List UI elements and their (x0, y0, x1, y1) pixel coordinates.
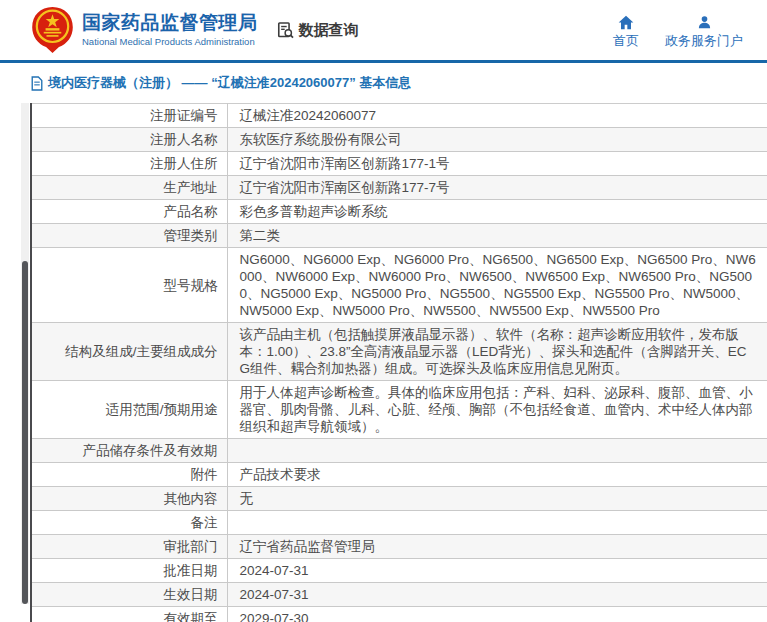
field-label: 注册人名称 (31, 128, 227, 152)
field-value: 东软医疗系统股份有限公司 (227, 128, 767, 152)
table-row: 注册人名称东软医疗系统股份有限公司 (31, 128, 767, 152)
table-row: 生产地址辽宁省沈阳市浑南区创新路177-7号 (31, 176, 767, 200)
site-title: 国家药品监督管理局 (82, 12, 258, 34)
user-icon (697, 15, 712, 30)
logo-area: 国家药品监督管理局 National Medical Products Admi… (30, 6, 258, 54)
field-label: 备注 (31, 511, 227, 535)
field-label: 型号规格 (31, 248, 227, 323)
field-label: 结构及组成/主要组成成分 (31, 323, 227, 381)
field-label: 注册人住所 (31, 152, 227, 176)
table-row: 注册人住所辽宁省沈阳市浑南区创新路177-1号 (31, 152, 767, 176)
nmpa-emblem-logo (30, 6, 75, 54)
field-label: 产品名称 (31, 200, 227, 224)
field-value: 第二类 (227, 224, 767, 248)
table-row: 有效期至2029-07-30 (31, 607, 767, 622)
field-value: 该产品由主机（包括触摸屏液晶显示器）、软件（名称：超声诊断应用软件，发布版本：1… (227, 323, 767, 381)
field-label: 生产地址 (31, 176, 227, 200)
breadcrumb-text: 境内医疗器械（注册） —— “辽械注准20242060077” 基本信息 (48, 74, 411, 92)
field-value: NG6000、NG6000 Exp、NG6000 Pro、NG6500、NG65… (227, 248, 767, 323)
field-value: 辽宁省沈阳市浑南区创新路177-1号 (227, 152, 767, 176)
field-label: 生效日期 (31, 583, 227, 607)
table-row: 管理类别第二类 (31, 224, 767, 248)
info-table: 注册证编号辽械注准20242060077注册人名称东软医疗系统股份有限公司注册人… (30, 103, 767, 622)
field-value (227, 511, 767, 535)
table-row: 备注 (31, 511, 767, 535)
table-row: 产品名称彩色多普勒超声诊断系统 (31, 200, 767, 224)
nav-home[interactable]: 首页 (613, 15, 639, 50)
field-value: 辽宁省药品监督管理局 (227, 535, 767, 559)
field-value: 2029-07-30 (227, 607, 767, 622)
nav-portal-label: 政务服务门户 (665, 32, 743, 50)
table-row: 注册证编号辽械注准20242060077 (31, 104, 767, 128)
top-nav: 首页 政务服务门户 (613, 11, 743, 50)
field-label: 批准日期 (31, 559, 227, 583)
field-value: 无 (227, 487, 767, 511)
nav-home-label: 首页 (613, 32, 639, 50)
field-label: 管理类别 (31, 224, 227, 248)
nav-portal[interactable]: 政务服务门户 (665, 15, 743, 50)
table-row: 其他内容无 (31, 487, 767, 511)
field-label: 其他内容 (31, 487, 227, 511)
field-value: 辽宁省沈阳市浑南区创新路177-7号 (227, 176, 767, 200)
field-label: 审批部门 (31, 535, 227, 559)
table-row: 审批部门辽宁省药品监督管理局 (31, 535, 767, 559)
app-header: 国家药品监督管理局 National Medical Products Admi… (0, 0, 767, 63)
site-titles: 国家药品监督管理局 National Medical Products Admi… (82, 12, 258, 48)
info-table-body: 注册证编号辽械注准20242060077注册人名称东软医疗系统股份有限公司注册人… (31, 104, 767, 622)
site-subtitle: National Medical Products Administration (82, 36, 258, 48)
field-value: 用于人体超声诊断检查。具体的临床应用包括：产科、妇科、泌尿科、腹部、血管、小器官… (227, 381, 767, 439)
field-value: 彩色多普勒超声诊断系统 (227, 200, 767, 224)
document-icon (30, 76, 44, 91)
scrollbar-thumb[interactable] (22, 261, 28, 604)
table-row: 批准日期2024-07-31 (31, 559, 767, 583)
field-label: 注册证编号 (31, 104, 227, 128)
data-query-label: 数据查询 (299, 21, 359, 40)
table-row: 结构及组成/主要组成成分该产品由主机（包括触摸屏液晶显示器）、软件（名称：超声诊… (31, 323, 767, 381)
data-query-icon (276, 21, 295, 40)
table-row: 产品储存条件及有效期 (31, 439, 767, 463)
field-value: 2024-07-31 (227, 583, 767, 607)
vertical-scrollbar[interactable] (21, 103, 29, 604)
table-row: 型号规格NG6000、NG6000 Exp、NG6000 Pro、NG6500、… (31, 248, 767, 323)
page: 国家药品监督管理局 National Medical Products Admi… (0, 0, 767, 622)
field-label: 产品储存条件及有效期 (31, 439, 227, 463)
field-value (227, 439, 767, 463)
table-wrap: 注册证编号辽械注准20242060077注册人名称东软医疗系统股份有限公司注册人… (30, 103, 767, 622)
breadcrumb: 境内医疗器械（注册） —— “辽械注准20242060077” 基本信息 (0, 63, 767, 95)
field-value: 辽械注准20242060077 (227, 104, 767, 128)
field-label: 适用范围/预期用途 (31, 381, 227, 439)
table-row: 附件产品技术要求 (31, 463, 767, 487)
field-label: 有效期至 (31, 607, 227, 622)
home-icon (618, 15, 634, 30)
table-row: 生效日期2024-07-31 (31, 583, 767, 607)
field-value: 产品技术要求 (227, 463, 767, 487)
table-row: 适用范围/预期用途用于人体超声诊断检查。具体的临床应用包括：产科、妇科、泌尿科、… (31, 381, 767, 439)
field-label: 附件 (31, 463, 227, 487)
data-query-nav[interactable]: 数据查询 (276, 21, 359, 40)
field-value: 2024-07-31 (227, 559, 767, 583)
